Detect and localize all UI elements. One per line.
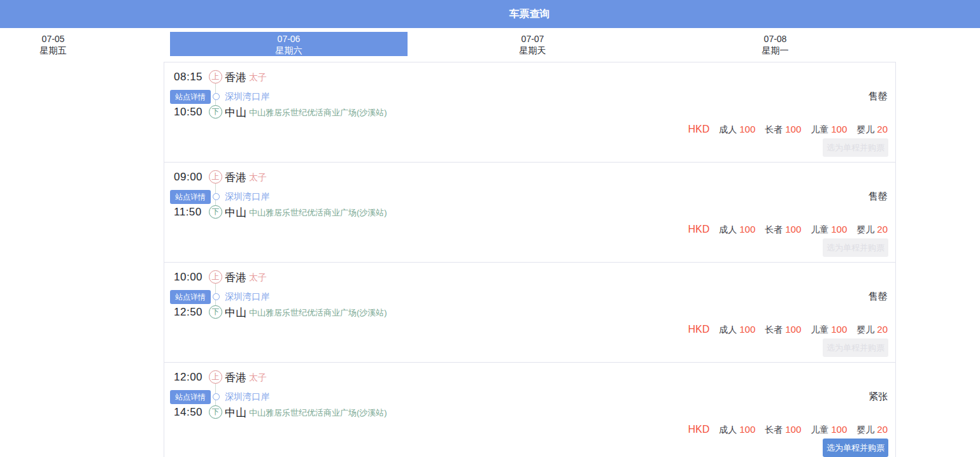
price-adult: 成人 100: [719, 224, 755, 236]
price-row: HKD 成人 100 长者 100 儿童 100 婴儿 20: [688, 124, 888, 136]
arrive-time: 10:50: [174, 106, 202, 119]
stop-detail-button[interactable]: 站点详情: [170, 90, 211, 104]
depart-stop: 太子: [249, 172, 267, 184]
arrive-stop: 中山雅居乐世纪优活商业广场(沙溪站): [249, 407, 387, 419]
currency-label: HKD: [688, 124, 709, 135]
arrive-stop: 中山雅居乐世纪优活商业广场(沙溪站): [249, 207, 387, 219]
date-tab[interactable]: 07-07 星期天: [414, 32, 651, 56]
page-title: 车票查询: [0, 0, 980, 28]
price-infant: 婴儿 20: [856, 224, 888, 236]
buy-button[interactable]: 选为单程并购票: [823, 138, 888, 157]
board-icon: 上: [209, 370, 222, 384]
board-icon: 上: [209, 70, 222, 83]
price-child: 儿童 100: [811, 324, 847, 336]
arrive-city: 中山: [225, 405, 246, 420]
tab-date: 07-08: [657, 33, 894, 45]
stop-circle-icon: [213, 193, 220, 200]
depart-stop: 太子: [249, 72, 267, 83]
trip-list: 08:15 上 香港 太子 站点详情 深圳湾口岸 10:50 下 中山 中山雅居…: [164, 62, 896, 457]
depart-time: 09:00: [174, 171, 202, 184]
depart-city: 香港: [225, 270, 246, 285]
buy-button[interactable]: 选为单程并购票: [823, 238, 888, 257]
arrive-time: 12:50: [174, 306, 202, 319]
mid-stop-link[interactable]: 深圳湾口岸: [225, 91, 269, 103]
date-tabs: 07-05 星期五 07-06 星期六 07-07 星期天 07-08 星期一: [0, 28, 980, 62]
currency-label: HKD: [688, 224, 709, 235]
availability-status: 紧张: [869, 391, 888, 403]
stop-detail-button[interactable]: 站点详情: [170, 390, 211, 404]
mid-stop-link[interactable]: 深圳湾口岸: [225, 391, 269, 403]
availability-status: 售罄: [869, 191, 888, 203]
price-infant: 婴儿 20: [856, 424, 888, 436]
price-infant: 婴儿 20: [856, 324, 888, 336]
price-senior: 长者 100: [765, 324, 801, 336]
arrive-time: 14:50: [174, 406, 202, 419]
stop-detail-button[interactable]: 站点详情: [170, 190, 211, 204]
trip-card: 09:00 上 香港 太子 站点详情 深圳湾口岸 11:50 下 中山 中山雅居…: [164, 162, 896, 263]
price-row: HKD 成人 100 长者 100 儿童 100 婴儿 20: [688, 224, 888, 236]
price-child: 儿童 100: [811, 424, 847, 436]
depart-time: 08:15: [174, 71, 202, 83]
date-tab[interactable]: 07-06 星期六: [170, 32, 408, 56]
price-row: HKD 成人 100 长者 100 儿童 100 婴儿 20: [688, 424, 888, 436]
date-tab[interactable]: 07-08 星期一: [657, 32, 894, 56]
tab-date: 07-06: [170, 33, 408, 45]
alight-icon: 下: [209, 305, 222, 319]
price-senior: 长者 100: [765, 224, 801, 236]
tab-date: 07-05: [0, 33, 172, 45]
price-senior: 长者 100: [765, 124, 801, 136]
availability-status: 售罄: [869, 91, 888, 103]
currency-label: HKD: [688, 424, 709, 435]
depart-time: 10:00: [174, 271, 202, 284]
depart-city: 香港: [225, 170, 246, 185]
arrive-city: 中山: [225, 105, 246, 120]
stop-detail-button[interactable]: 站点详情: [170, 290, 211, 304]
tab-weekday: 星期一: [657, 45, 894, 56]
trip-card: 10:00 上 香港 太子 站点详情 深圳湾口岸 12:50 下 中山 中山雅居…: [164, 262, 896, 363]
buy-button[interactable]: 选为单程并购票: [823, 439, 888, 457]
tab-date: 07-07: [414, 33, 651, 45]
price-adult: 成人 100: [719, 424, 755, 436]
price-senior: 长者 100: [765, 424, 801, 436]
arrive-stop: 中山雅居乐世纪优活商业广场(沙溪站): [249, 107, 387, 119]
stop-circle-icon: [213, 293, 220, 300]
price-adult: 成人 100: [719, 324, 755, 336]
trip-card: 08:15 上 香港 太子 站点详情 深圳湾口岸 10:50 下 中山 中山雅居…: [164, 62, 896, 163]
tab-weekday: 星期五: [0, 45, 172, 56]
stop-circle-icon: [213, 93, 220, 100]
trip-card: 12:00 上 香港 太子 站点详情 深圳湾口岸 14:50 下 中山 中山雅居…: [164, 362, 896, 457]
arrive-stop: 中山雅居乐世纪优活商业广场(沙溪站): [249, 307, 387, 319]
arrive-time: 11:50: [174, 206, 202, 219]
alight-icon: 下: [209, 105, 222, 119]
depart-stop: 太子: [249, 272, 267, 284]
arrive-city: 中山: [225, 205, 246, 220]
tab-weekday: 星期天: [414, 45, 651, 56]
date-tab[interactable]: 07-05 星期五: [0, 32, 172, 56]
buy-button[interactable]: 选为单程并购票: [823, 338, 888, 357]
depart-time: 12:00: [174, 371, 202, 384]
mid-stop-link[interactable]: 深圳湾口岸: [225, 191, 269, 203]
depart-stop: 太子: [249, 372, 267, 384]
tab-weekday: 星期六: [170, 45, 408, 56]
price-row: HKD 成人 100 长者 100 儿童 100 婴儿 20: [688, 324, 888, 336]
depart-city: 香港: [225, 370, 246, 385]
price-adult: 成人 100: [719, 124, 755, 136]
stop-circle-icon: [213, 393, 220, 400]
depart-city: 香港: [225, 70, 246, 85]
alight-icon: 下: [209, 205, 222, 219]
price-infant: 婴儿 20: [856, 124, 888, 136]
alight-icon: 下: [209, 405, 222, 419]
arrive-city: 中山: [225, 305, 246, 320]
price-child: 儿童 100: [811, 224, 847, 236]
price-child: 儿童 100: [811, 124, 847, 136]
board-icon: 上: [209, 170, 222, 184]
board-icon: 上: [209, 270, 222, 284]
availability-status: 售罄: [869, 291, 888, 303]
currency-label: HKD: [688, 324, 709, 335]
mid-stop-link[interactable]: 深圳湾口岸: [225, 291, 269, 303]
